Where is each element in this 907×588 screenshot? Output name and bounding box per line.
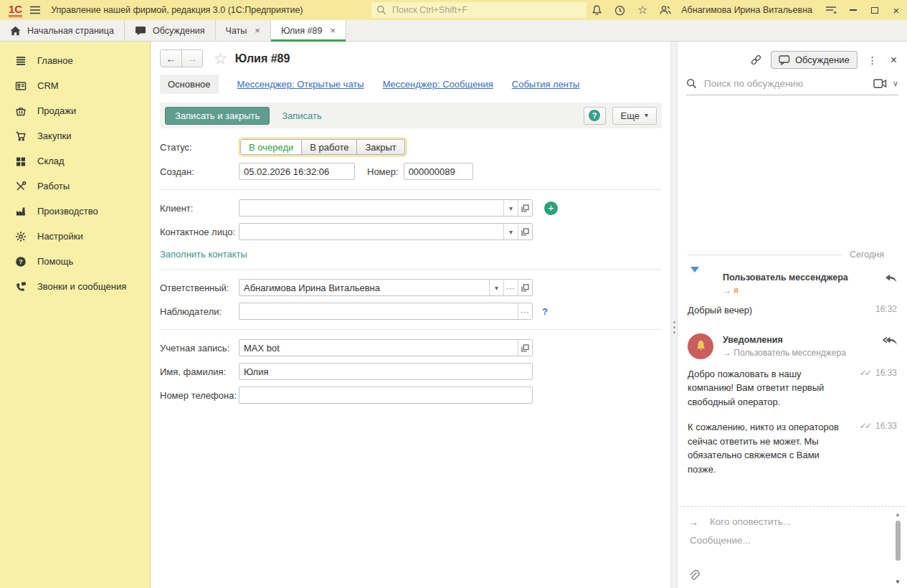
- favorites-button[interactable]: ☆: [631, 0, 654, 20]
- contact-field[interactable]: [239, 224, 503, 240]
- sidebar-item-production[interactable]: Производство: [0, 199, 150, 224]
- sidebar-item-purchases[interactable]: Закупки: [0, 123, 150, 148]
- reply-all-button[interactable]: [883, 333, 897, 346]
- message[interactable]: К сожалению, никто из операторов сейчас …: [688, 420, 897, 476]
- sidebar-item-crm[interactable]: CRM: [0, 73, 150, 98]
- panel-splitter[interactable]: [670, 42, 678, 588]
- users-button[interactable]: [654, 0, 677, 20]
- tab-chats[interactable]: Чаты ×: [216, 20, 271, 41]
- titlebar-right: ☆ Абнагимова Ирина Витальевна ×: [585, 0, 907, 20]
- client-field[interactable]: [239, 200, 503, 216]
- number-field[interactable]: [404, 163, 473, 180]
- chat-icon: [135, 26, 146, 36]
- responsible-dropdown-button[interactable]: ▾: [489, 280, 503, 295]
- caret-down-icon: ▾: [495, 284, 498, 292]
- message-author[interactable]: Пользователь мессенджера: [723, 272, 885, 283]
- watchers-field[interactable]: [239, 303, 518, 319]
- responsible-field[interactable]: [239, 280, 489, 295]
- tab-feed-events[interactable]: События ленты: [512, 79, 580, 90]
- sidebar-item-sales[interactable]: Продажи: [0, 98, 150, 123]
- forward-button[interactable]: →: [181, 50, 202, 67]
- delivered-checks-icon: ✓✓: [860, 368, 872, 378]
- sidebar-item-main[interactable]: Главное: [0, 48, 150, 73]
- watchers-help-link[interactable]: ?: [542, 306, 548, 317]
- sidebar-item-warehouse[interactable]: Склад: [0, 148, 150, 174]
- more-button[interactable]: Еще ▾: [612, 107, 657, 125]
- tab-messenger-open-chats[interactable]: Мессенджер: Открытые чаты: [237, 79, 364, 90]
- phone-field[interactable]: [239, 387, 533, 404]
- notifications-avatar-icon: [688, 333, 713, 359]
- client-open-button[interactable]: [518, 200, 532, 216]
- message[interactable]: Добро пожаловать в нашу компанию! Вам от…: [688, 367, 897, 409]
- copy-link-button[interactable]: [750, 54, 762, 66]
- save-button[interactable]: Записать: [282, 110, 322, 121]
- message-author[interactable]: Уведомления: [723, 335, 883, 345]
- divider: [160, 189, 662, 190]
- message-meta: Пользователь мессенджера → я: [723, 271, 885, 295]
- contact-open-button[interactable]: [518, 224, 532, 240]
- account-open-button[interactable]: [518, 340, 532, 356]
- fill-contacts-link[interactable]: Заполнить контакты: [160, 249, 247, 260]
- sidebar-item-calls-messages[interactable]: Звонки и сообщения: [0, 274, 150, 299]
- panel-menu-button[interactable]: ⋮: [866, 54, 879, 66]
- factory-icon: [15, 206, 27, 217]
- close-tab-icon[interactable]: ×: [330, 25, 336, 36]
- discussion-search-input[interactable]: [703, 77, 868, 90]
- scroll-up-icon[interactable]: ▲: [893, 511, 902, 518]
- message-header: Уведомления → Пользователь мессенджера: [688, 333, 897, 359]
- watchers-choose-button[interactable]: ...: [518, 303, 532, 319]
- status-option-closed[interactable]: Закрыт: [357, 139, 404, 155]
- sidebar-item-label: Звонки и сообщения: [37, 281, 126, 292]
- message-text: К сожалению, никто из операторов сейчас …: [688, 420, 840, 476]
- back-button[interactable]: ←: [161, 50, 181, 67]
- client-dropdown-button[interactable]: ▾: [503, 200, 518, 216]
- tab-home[interactable]: Начальная страница: [0, 20, 125, 41]
- responsible-choose-button[interactable]: ...: [503, 280, 518, 295]
- save-and-close-button[interactable]: Записать и закрыть: [165, 107, 270, 125]
- tab-current[interactable]: Юлия #89 ×: [271, 20, 346, 41]
- message-input[interactable]: [688, 534, 883, 546]
- chat-bubble-icon: [779, 55, 790, 65]
- service-menu-button[interactable]: [820, 0, 842, 20]
- scrollbar-thumb[interactable]: [896, 521, 901, 561]
- sidebar-item-works[interactable]: Работы: [0, 174, 150, 199]
- favorite-star-icon[interactable]: ☆: [214, 51, 227, 66]
- phone-row: Номер телефона:: [160, 387, 670, 404]
- video-call-button[interactable]: [873, 79, 887, 88]
- tab-main[interactable]: Основное: [160, 75, 219, 94]
- account-combo: [239, 339, 533, 356]
- reply-button[interactable]: [885, 271, 897, 283]
- main-menu-button[interactable]: [29, 6, 41, 14]
- history-button[interactable]: [608, 0, 631, 20]
- add-client-button[interactable]: +: [544, 201, 558, 215]
- minimize-button[interactable]: [842, 0, 864, 20]
- responsible-open-button[interactable]: [518, 280, 532, 295]
- search-options-button[interactable]: ∨: [893, 79, 898, 88]
- sidebar-item-settings[interactable]: Настройки: [0, 224, 150, 249]
- created-field[interactable]: [239, 163, 355, 180]
- close-window-button[interactable]: ×: [885, 0, 907, 20]
- message[interactable]: Добрый вечер) 16:32: [688, 303, 897, 318]
- global-search[interactable]: [371, 2, 587, 18]
- maximize-button[interactable]: [864, 0, 885, 20]
- current-user[interactable]: Абнагимова Ирина Витальевна: [681, 5, 812, 15]
- global-search-input[interactable]: [391, 4, 581, 16]
- tab-discussions[interactable]: Обсуждения: [125, 20, 216, 41]
- status-option-queued[interactable]: В очереди: [240, 139, 302, 155]
- attach-file-button[interactable]: [688, 569, 700, 582]
- panel-close-button[interactable]: ×: [888, 54, 900, 67]
- account-field[interactable]: [239, 340, 518, 356]
- compose-scrollbar[interactable]: ▲ ▼: [893, 511, 902, 585]
- sidebar-item-help[interactable]: ? Помощь: [0, 249, 150, 274]
- person-name-field[interactable]: [239, 363, 533, 380]
- discussion-toggle-button[interactable]: Обсуждение: [771, 51, 858, 69]
- tab-messenger-messages[interactable]: Мессенджер: Сообщения: [383, 79, 493, 90]
- notify-input[interactable]: [708, 516, 883, 528]
- notifications-button[interactable]: [585, 0, 608, 20]
- status-option-inwork[interactable]: В работе: [302, 139, 357, 155]
- close-tab-icon[interactable]: ×: [255, 25, 260, 36]
- help-button[interactable]: ?: [584, 107, 606, 125]
- contact-row: Контактное лицо: ▾: [160, 223, 670, 240]
- scroll-down-icon[interactable]: ▼: [893, 579, 902, 585]
- contact-dropdown-button[interactable]: ▾: [503, 224, 518, 240]
